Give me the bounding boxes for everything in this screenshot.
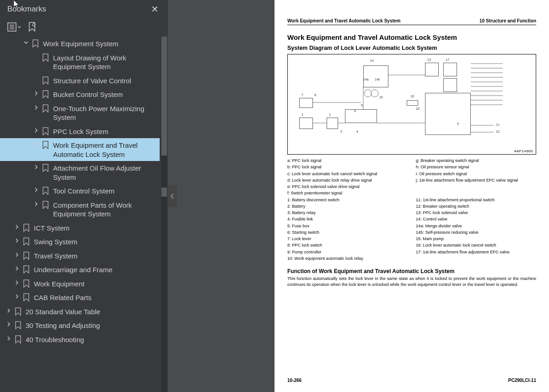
page-footer: 10-266 PC290LCI-11 [287, 373, 536, 383]
bookmark-item[interactable]: Work Equipment System [0, 37, 160, 51]
scrollbar-thumb-secondary[interactable] [161, 188, 167, 197]
bookmark-label: 40 Troubleshooting [23, 335, 157, 344]
legend-entry: 3: Battery relay [287, 209, 408, 216]
bookmark-icon [40, 90, 50, 98]
legend-entry: 6: Starting switch [287, 229, 408, 236]
legend-entry: 11: 1st-line attachment proportional swi… [416, 197, 536, 203]
bookmark-item[interactable]: CAB Related Parts [0, 290, 160, 305]
bookmark-icon [13, 307, 23, 316]
chevron-right-icon[interactable] [32, 128, 40, 133]
diagram-reference: A4P14900 [514, 149, 533, 153]
bookmark-item[interactable]: One-Touch Power Maximizing System [0, 102, 160, 124]
bookmark-label: Tool Control System [50, 186, 157, 196]
legend-entry: b: PPC lock signal [287, 164, 408, 170]
cursor-icon [14, 0, 21, 11]
bookmark-label: Component Parts of Work Equipment System [50, 200, 157, 219]
bookmark-label: Undercarriage and Frame [31, 265, 157, 274]
find-bookmark-icon[interactable] [27, 22, 37, 32]
bookmark-icon [40, 104, 50, 113]
bookmark-item[interactable]: Tool Control System [0, 184, 160, 198]
bookmark-icon [13, 335, 23, 344]
legend-entry: 15: Main pump [416, 236, 536, 242]
chevron-right-icon[interactable] [32, 187, 40, 193]
bookmark-item[interactable]: 40 Troubleshooting [0, 333, 160, 347]
bookmark-item[interactable]: 30 Testing and Adjusting [0, 318, 160, 333]
bookmark-icon [40, 54, 50, 62]
bookmark-icon [40, 164, 50, 172]
document-page: Work Equipment and Travel Automatic Lock… [274, 0, 549, 392]
bookmark-icon [40, 187, 50, 195]
legend-entry: 14a: Merge-divider valve [416, 223, 536, 229]
bookmark-item[interactable]: Work Equipment and Travel Automatic Lock… [0, 138, 160, 161]
scrollbar-thumb[interactable] [161, 37, 167, 156]
bookmark-label: One-Touch Power Maximizing System [50, 104, 157, 122]
chevron-right-icon[interactable] [32, 105, 40, 110]
legend-entry: 14b: Self-pressure reducing valve [416, 229, 536, 236]
bookmark-item[interactable]: Structure of Valve Control [0, 74, 160, 88]
bookmark-item[interactable]: Bucket Control System [0, 87, 160, 102]
bookmark-label: 30 Testing and Adjusting [23, 321, 157, 330]
bookmark-label: PPC Lock System [50, 127, 157, 136]
bookmarks-sidebar: Bookmarks ✕ Work Equipment SystemLayout … [0, 0, 168, 392]
close-icon[interactable]: ✕ [147, 2, 162, 16]
bookmark-icon [21, 237, 31, 246]
bookmark-item[interactable]: Attachment Oil Flow Adjuster System [0, 161, 160, 184]
legend-entry: c: Lock lever automatic lock cancel swit… [287, 171, 408, 177]
bookmark-label: Structure of Valve Control [50, 76, 157, 86]
page-subtitle: System Diagram of Lock Lever Automatic L… [287, 45, 536, 51]
bookmark-icon [40, 76, 50, 85]
chevron-right-icon[interactable] [13, 266, 21, 271]
bookmark-icon [21, 265, 31, 274]
document-viewport[interactable]: Work Equipment and Travel Automatic Lock… [168, 0, 549, 392]
chevron-right-icon[interactable] [5, 322, 13, 327]
bookmark-label: Layout Drawing of Work Equipment System [50, 53, 157, 71]
footer-right: PC290LCI-11 [508, 378, 536, 383]
legend-entry: 8: PPC lock switch [287, 242, 408, 248]
bookmark-item[interactable]: Swing System [0, 235, 160, 249]
chevron-right-icon[interactable] [13, 238, 21, 243]
header-left: Work Equipment and Travel Automatic Lock… [287, 18, 400, 23]
chevron-right-icon[interactable] [13, 252, 21, 258]
legend-right-column: g: Breaker operating switch signalh: Oil… [416, 157, 536, 262]
panel-title: Bookmarks [7, 5, 46, 14]
chevron-right-icon[interactable] [13, 294, 21, 299]
legend-left-column: a: PPC lock signalb: PPC lock signalc: L… [287, 157, 408, 262]
bookmark-label: Swing System [31, 237, 157, 247]
bookmark-icon [21, 293, 31, 301]
options-icon[interactable] [7, 22, 21, 32]
legend-entry: 2: Battery [287, 203, 408, 209]
bookmark-label: Work Equipment and Travel Automatic Lock… [50, 140, 157, 159]
legend-entry: a: PPC lock signal [287, 157, 408, 164]
bookmark-icon [21, 252, 31, 260]
legend-entry: f: Switch potentiometer signal [287, 190, 408, 196]
bookmark-item[interactable]: Component Parts of Work Equipment System [0, 198, 160, 221]
bookmark-item[interactable]: Travel System [0, 249, 160, 263]
bookmark-item[interactable]: Work Equipment [0, 277, 160, 291]
bookmark-label: Work Equipment [31, 279, 157, 289]
chevron-right-icon[interactable] [13, 224, 21, 230]
page-header: Work Equipment and Travel Automatic Lock… [287, 18, 536, 25]
bookmark-item[interactable]: ICT System [0, 221, 160, 235]
chevron-right-icon[interactable] [32, 141, 40, 147]
legend-entry: i: Oil pressure switch signal [416, 171, 536, 177]
bookmark-item[interactable]: PPC Lock System [0, 124, 160, 139]
legend-entry: 12: Breaker operating switch [416, 203, 536, 209]
bookmark-item[interactable]: Layout Drawing of Work Equipment System [0, 51, 160, 74]
legend-entry: 4: Fusible link [287, 216, 408, 222]
diagram-legend: a: PPC lock signalb: PPC lock signalc: L… [287, 157, 536, 262]
bookmark-item[interactable]: 20 Standard Value Table [0, 305, 160, 319]
chevron-down-icon[interactable] [22, 40, 30, 45]
chevron-right-icon[interactable] [32, 164, 40, 170]
chevron-right-icon[interactable] [5, 308, 13, 313]
chevron-right-icon[interactable] [32, 91, 40, 96]
system-diagram: 14 14a 14b 15 13 17 9 16 10 1 2 3 4 5 6 … [287, 54, 536, 155]
collapse-sidebar-icon[interactable] [168, 185, 177, 207]
legend-entry: e: PPC lock solenoid valve drive signal [287, 183, 408, 190]
chevron-right-icon[interactable] [32, 201, 40, 207]
chevron-right-icon[interactable] [13, 280, 21, 285]
chevron-right-icon[interactable] [5, 336, 13, 341]
panel-header: Bookmarks ✕ [0, 0, 168, 18]
legend-entry: 16: Lock lever automatic lock cancel swi… [416, 242, 536, 248]
bookmark-icon [13, 321, 23, 329]
bookmark-item[interactable]: Undercarriage and Frame [0, 263, 160, 277]
